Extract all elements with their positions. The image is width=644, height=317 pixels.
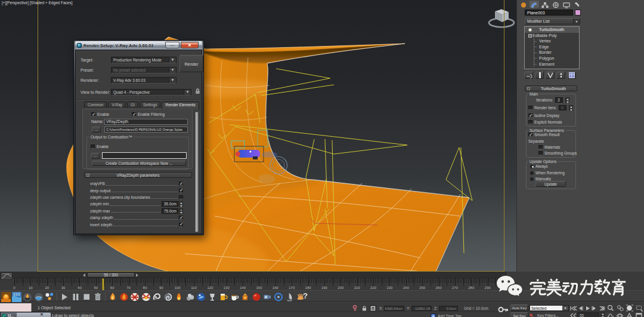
y-coordinate-field[interactable]: -12862.18 <box>411 306 432 311</box>
viewcube[interactable] <box>489 10 514 27</box>
panel-tab-modify[interactable] <box>530 1 539 8</box>
dialog-titlebar[interactable]: Render Setup: V-Ray Adv 3.60.03 — ✕ <box>75 41 202 50</box>
when-rendering-radio-row[interactable]: When Rendering <box>530 171 565 175</box>
remove-modifier-button[interactable] <box>556 72 565 79</box>
toolbar-icon-beer-mug[interactable] <box>218 292 228 302</box>
selection-lock-key-icon[interactable] <box>352 305 357 312</box>
zoom-region-button[interactable] <box>634 304 643 312</box>
preset-dropdown[interactable]: No preset selected▼ <box>111 67 177 73</box>
mini-curve-editor-button[interactable] <box>1 272 13 280</box>
auto-key-button[interactable]: Auto Key <box>510 304 528 311</box>
param-spinner[interactable] <box>179 201 183 207</box>
explicit-normals-row[interactable]: Explicit Normals <box>528 120 562 124</box>
param-spinner[interactable] <box>179 208 183 214</box>
pin-stack-button[interactable] <box>524 72 533 79</box>
materials-checkbox[interactable] <box>538 145 543 149</box>
time-slider-handle[interactable]: 55 / 300 <box>87 272 135 278</box>
toolbar-icon-pause[interactable] <box>71 292 80 302</box>
isoline-checkbox[interactable] <box>528 113 532 118</box>
render-button[interactable]: Render <box>179 55 203 72</box>
param-checkbox[interactable] <box>179 223 183 227</box>
render-iters-field[interactable]: 0 <box>559 105 566 110</box>
toolbar-icon-fountain[interactable] <box>208 292 217 302</box>
toolbar-icon-explosion-box[interactable] <box>1 292 11 302</box>
iterations-spinner[interactable] <box>565 97 569 103</box>
toolbar-icon-gray-sail[interactable] <box>284 292 294 302</box>
object-name-field[interactable]: Plane003 <box>525 10 573 16</box>
panel-tab-motion[interactable] <box>551 1 561 8</box>
z-coordinate-field[interactable]: 0.0cm <box>439 306 458 311</box>
render-iters-checkbox[interactable] <box>528 106 532 110</box>
combustion-enable-row[interactable]: Enable <box>91 144 109 149</box>
zoom-all-button[interactable] <box>615 304 624 312</box>
toolbar-icon-flame-1[interactable] <box>108 292 117 302</box>
panel-tab-display[interactable] <box>562 1 571 8</box>
param-checkbox[interactable] <box>179 189 183 193</box>
toolbar-icon-smoke[interactable] <box>185 292 195 302</box>
zoom-button[interactable] <box>606 304 614 312</box>
dialog-tab-v-ray[interactable]: V-Ray <box>108 101 126 108</box>
update-button[interactable]: Update <box>535 181 566 187</box>
smooth-result-checkbox[interactable] <box>528 133 532 137</box>
params-rollout-header[interactable]: - VRayZDepth parameters <box>84 172 192 178</box>
combustion-enable-checkbox[interactable] <box>91 144 95 149</box>
current-frame-marker[interactable] <box>102 278 104 291</box>
enable-checkbox-row[interactable]: Enable <box>91 112 109 116</box>
enable-filtering-checkbox[interactable] <box>132 112 136 116</box>
param-checkbox[interactable] <box>179 181 183 186</box>
time-slider-next-icon[interactable] <box>136 273 138 277</box>
smooth-result-row[interactable]: Smooth Result <box>528 133 560 137</box>
view-to-render-dropdown[interactable]: Quad 4 - Perspective▼ <box>111 89 191 96</box>
create-combustion-button[interactable]: Create Combustion Workspace Now ... <box>92 161 186 166</box>
materials-row[interactable]: Materials <box>538 145 560 149</box>
stack-item-border[interactable]: Border <box>525 50 579 56</box>
configure-modifier-sets-button[interactable] <box>567 72 576 79</box>
minimized-window[interactable]: M... ✕ <box>0 312 52 317</box>
toolbar-icon-starburst-1[interactable] <box>130 292 140 302</box>
modifier-list-dropdown[interactable]: Modifier List ▼ <box>525 18 580 24</box>
dialog-tab-settings[interactable]: Settings <box>140 101 161 108</box>
toolbar-icon-fireball[interactable] <box>119 292 129 302</box>
toolbar-icon-camera-blue[interactable] <box>262 292 272 302</box>
manually-radio-row[interactable]: Manually <box>530 177 551 181</box>
toolbar-icon-orange-pot[interactable] <box>240 292 250 302</box>
zoom-extents-button[interactable] <box>625 304 633 312</box>
manually-radio[interactable] <box>530 177 534 181</box>
maximize-viewport-button[interactable] <box>634 312 643 317</box>
toolbar-icon-fire-bowl[interactable] <box>23 292 32 302</box>
maxscript-mini-listener[interactable] <box>0 303 32 312</box>
enable-checkbox[interactable] <box>91 112 95 116</box>
current-frame-field[interactable]: 55 <box>577 312 599 317</box>
toolbar-icon-particles[interactable] <box>45 292 54 302</box>
dialog-tab-gi[interactable]: GI <box>127 101 138 108</box>
show-end-result-button[interactable] <box>535 72 544 79</box>
lock-icon[interactable] <box>195 88 200 94</box>
mini-window-close-icon[interactable]: ✕ <box>40 312 44 317</box>
toolbar-icon-water-grid-box[interactable] <box>12 292 21 302</box>
target-dropdown[interactable]: Production Rendering Mode▼ <box>111 57 177 63</box>
explicit-normals-checkbox[interactable] <box>528 120 532 124</box>
stack-item-vertex[interactable]: Vertex <box>525 38 579 44</box>
enable-filtering-checkbox-row[interactable]: Enable Filtering <box>132 112 165 116</box>
turbosmooth-rollout-header[interactable]: - TurboSmooth <box>525 85 577 91</box>
time-slider-prev-icon[interactable] <box>83 273 85 277</box>
always-radio-row[interactable]: Always <box>530 164 548 168</box>
toolbar-icon-coffee-cup[interactable] <box>230 292 239 302</box>
panel-tab-utilities[interactable] <box>572 1 582 8</box>
smoothing-groups-checkbox[interactable] <box>538 151 543 155</box>
param-spin-field[interactable]: 75.0cm <box>162 208 178 214</box>
smoothing-groups-row[interactable]: Smoothing Groups <box>538 151 577 155</box>
toolbar-icon-play[interactable] <box>60 292 69 302</box>
selection-set-dropdown[interactable]: Selected ▼ <box>530 305 569 311</box>
viewport-label[interactable]: [+][Perspective] [Shaded + Edged Faces] <box>2 1 73 5</box>
render-iters-spinner[interactable] <box>569 105 573 110</box>
toolbar-icon-stop[interactable] <box>82 292 91 302</box>
toolbar-icon-knot[interactable] <box>152 292 162 302</box>
field-of-view-button[interactable] <box>625 312 633 317</box>
name-field[interactable]: VRayZDepth <box>104 119 188 125</box>
object-color-swatch[interactable] <box>575 10 581 16</box>
stack-item-turbosmooth[interactable]: TurboSmooth <box>525 27 579 33</box>
toolbar-icon-gray-swirl[interactable] <box>163 292 173 302</box>
toolbar-icon-trash[interactable] <box>93 292 103 302</box>
go-to-end-button[interactable] <box>597 305 605 312</box>
